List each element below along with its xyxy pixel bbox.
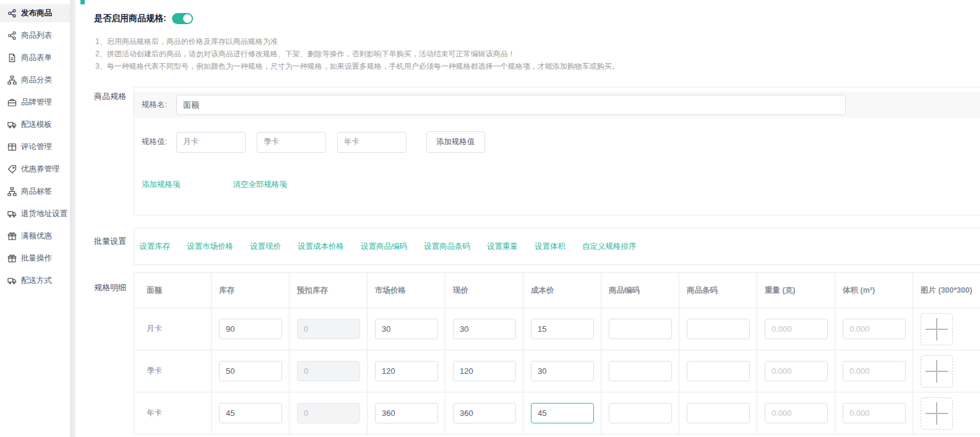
- current-price-input[interactable]: [453, 319, 516, 339]
- product-code-input[interactable]: [609, 403, 672, 423]
- sidebar-item-publish-product[interactable]: 发布商品: [0, 4, 70, 22]
- cost-price-input[interactable]: [531, 361, 594, 381]
- spec-detail-table: 面额 库存 预扣库存 市场价格 现价 成本价 商品编码 商品条码 重量 (克) …: [134, 272, 980, 435]
- set-market-price-link[interactable]: 设置市场价格: [187, 241, 233, 252]
- col-header-market-price: 市场价格: [368, 273, 445, 308]
- sidebar-item-delivery-method[interactable]: 配送方式: [0, 272, 70, 290]
- current-price-input[interactable]: [453, 361, 516, 381]
- sidebar-item-coupon-management[interactable]: 优惠券管理: [0, 160, 70, 178]
- sitemap-icon: [7, 76, 17, 85]
- market-price-input[interactable]: [375, 319, 438, 339]
- weight-input[interactable]: [765, 319, 828, 339]
- col-header-volume: 体积 (m³): [835, 273, 913, 308]
- clear-all-spec-link[interactable]: 清空全部规格项: [233, 180, 288, 190]
- spec-value-input-2[interactable]: [257, 132, 326, 153]
- section-marker: [80, 0, 85, 4]
- cost-price-input-focused[interactable]: [531, 403, 594, 423]
- set-current-price-link[interactable]: 设置现价: [250, 241, 281, 252]
- image-upload-button[interactable]: [921, 397, 953, 430]
- set-stock-link[interactable]: 设置库存: [139, 241, 170, 252]
- spec-toggle-label: 是否启用商品规格:: [94, 13, 166, 24]
- product-code-input[interactable]: [609, 319, 672, 339]
- cost-price-input[interactable]: [531, 319, 594, 339]
- custom-spec-sort-link[interactable]: 自定义规格排序: [582, 241, 637, 252]
- row-spec-name: 季卡: [134, 350, 212, 392]
- batch-section-label: 批量设置: [94, 236, 126, 247]
- barcode-input[interactable]: [687, 361, 750, 381]
- set-product-code-link[interactable]: 设置商品编码: [361, 241, 407, 252]
- spec-name-row: 规格名:: [134, 92, 980, 118]
- weight-input[interactable]: [765, 403, 828, 423]
- spec-toggle-row: 是否启用商品规格:: [94, 13, 193, 24]
- sidebar-item-return-address[interactable]: 退货地址设置: [0, 205, 70, 223]
- reserved-stock-input: [297, 319, 360, 339]
- stock-input[interactable]: [219, 403, 282, 423]
- sidebar-item-label: 配送模板: [21, 119, 52, 130]
- spec-links-row: 添加规格项 清空全部规格项: [142, 180, 287, 190]
- sidebar-item-brand-management[interactable]: 品牌管理: [0, 93, 70, 111]
- table-icon: [7, 142, 17, 152]
- set-volume-link[interactable]: 设置体积: [535, 241, 565, 252]
- table-header-row: 面额 库存 预扣库存 市场价格 现价 成本价 商品编码 商品条码 重量 (克) …: [134, 273, 980, 308]
- volume-input[interactable]: [843, 403, 906, 423]
- row-spec-name: 年卡: [134, 392, 212, 434]
- spec-enable-toggle[interactable]: [172, 13, 193, 24]
- image-upload-button[interactable]: [921, 355, 953, 387]
- sidebar-scrollbar[interactable]: [70, 0, 75, 437]
- col-header-image: 图片 (300*300): [913, 273, 980, 308]
- sidebar-item-review-management[interactable]: 评论管理: [0, 138, 70, 156]
- spec-name-input[interactable]: [176, 95, 846, 115]
- sidebar-item-label: 发布商品: [21, 8, 52, 19]
- sidebar-item-label: 商品表单: [21, 53, 52, 63]
- sidebar-item-delivery-template[interactable]: 配送模板: [0, 116, 70, 134]
- gift-icon: [7, 254, 17, 263]
- volume-input[interactable]: [843, 361, 906, 381]
- sidebar-item-full-discount[interactable]: 满额优惠: [0, 227, 70, 245]
- current-price-input[interactable]: [453, 403, 516, 423]
- add-spec-value-button[interactable]: 添加规格值: [426, 131, 485, 153]
- col-header-cost-price: 成本价: [523, 273, 601, 308]
- spec-value-input-1[interactable]: [176, 132, 246, 153]
- tip-line: 1、启用商品规格后，商品的价格及库存以商品规格为准: [95, 35, 619, 48]
- truck-icon: [7, 276, 17, 285]
- volume-input[interactable]: [843, 319, 906, 339]
- row-spec-name: 月卡: [134, 308, 212, 350]
- col-header-stock: 库存: [212, 273, 290, 308]
- spec-value-label: 规格值:: [142, 137, 176, 147]
- spec-value-row: 规格值: 添加规格值: [134, 131, 485, 153]
- col-header-product-code: 商品编码: [601, 273, 679, 308]
- spec-section-label: 商品规格: [94, 91, 126, 102]
- sidebar-item-label: 批量操作: [21, 253, 52, 264]
- sidebar-item-label: 品牌管理: [21, 97, 52, 108]
- stock-input[interactable]: [219, 361, 282, 381]
- weight-input[interactable]: [765, 361, 828, 381]
- sidebar-item-product-form[interactable]: 商品表单: [0, 49, 70, 67]
- set-cost-price-link[interactable]: 设置成本价格: [298, 241, 344, 252]
- market-price-input[interactable]: [375, 361, 438, 381]
- tag-icon: [7, 165, 17, 174]
- add-spec-item-link[interactable]: 添加规格项: [142, 180, 181, 190]
- sidebar-item-label: 商品标签: [21, 186, 52, 197]
- sidebar-item-label: 商品分类: [21, 75, 52, 85]
- sidebar-item-product-tags[interactable]: 商品标签: [0, 183, 70, 201]
- stock-input[interactable]: [219, 319, 282, 339]
- spec-value-input-3[interactable]: [337, 132, 406, 153]
- sidebar-item-batch-operations[interactable]: 批量操作: [0, 249, 70, 267]
- table-row: 季卡: [134, 350, 980, 392]
- spec-name-label: 规格名:: [142, 100, 176, 110]
- sidebar-item-label: 满额优惠: [21, 231, 52, 241]
- set-weight-link[interactable]: 设置重量: [487, 241, 518, 252]
- image-upload-button[interactable]: [921, 313, 953, 345]
- batch-box: 设置库存 设置市场价格 设置现价 设置成本价格 设置商品编码 设置商品条码 设置…: [134, 228, 980, 265]
- gift-icon: [7, 231, 17, 241]
- product-code-input[interactable]: [609, 361, 672, 381]
- table-row: 年卡: [134, 392, 980, 435]
- barcode-input[interactable]: [687, 319, 750, 339]
- sidebar-item-product-category[interactable]: 商品分类: [0, 71, 70, 89]
- spec-box: 规格名: 规格值: 添加规格值 添加规格项 清空全部规格项: [134, 87, 980, 215]
- sidebar-item-label: 优惠券管理: [21, 164, 60, 175]
- barcode-input[interactable]: [687, 403, 750, 423]
- market-price-input[interactable]: [375, 403, 438, 423]
- sidebar-item-product-list[interactable]: 商品列表: [0, 27, 70, 45]
- set-barcode-link[interactable]: 设置商品条码: [424, 241, 470, 252]
